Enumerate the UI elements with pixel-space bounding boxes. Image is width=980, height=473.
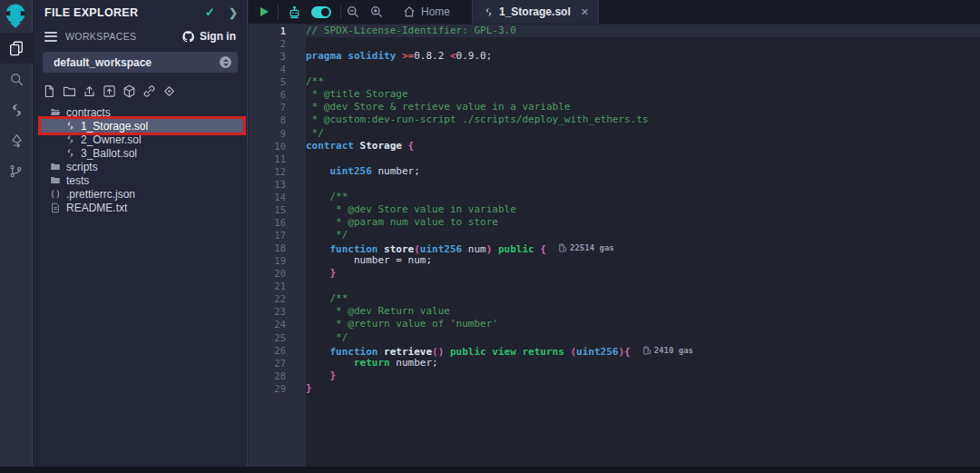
editor-line-14: 14 /** [249, 191, 980, 203]
code-line[interactable] [306, 63, 980, 75]
code-line[interactable]: * @dev Store value in variable [306, 203, 980, 216]
line-number: 17 [249, 229, 306, 241]
create-new-folder-button[interactable] [63, 84, 76, 98]
clone-repository-button[interactable] [142, 84, 156, 98]
code-line[interactable]: * @return value of 'number' [306, 318, 980, 330]
workspaces-menu-icon[interactable] [44, 29, 57, 44]
workspace-selector[interactable]: default_workspace [43, 52, 238, 73]
code-line[interactable] [306, 178, 980, 191]
divider [278, 5, 279, 19]
editor-line-26: 26 function retrieve() public view retur… [249, 344, 980, 357]
code-line[interactable]: number = num; [306, 254, 980, 267]
cube-icon [122, 84, 136, 98]
create-new-file-button[interactable] [43, 84, 56, 98]
code-line[interactable]: */ [306, 229, 980, 241]
code-line[interactable]: function store(uint256 num) public {2251… [306, 241, 980, 254]
chevron-right-icon[interactable]: ❯ [229, 6, 238, 19]
code-line[interactable]: * @dev Store & retrieve value in a varia… [306, 101, 980, 113]
code-line[interactable]: */ [306, 127, 980, 140]
line-number: 11 [249, 153, 306, 165]
code-line[interactable] [306, 37, 980, 50]
line-number: 28 [249, 370, 306, 382]
rail-item-file-explorer[interactable] [0, 33, 33, 64]
code-token: < [450, 50, 456, 62]
rail-item-solidity-compiler[interactable] [0, 94, 33, 125]
code-line[interactable]: * @title Storage [306, 88, 980, 101]
rail-item-git[interactable] [0, 156, 33, 187]
rail-item-search[interactable] [0, 64, 33, 94]
code-token [306, 370, 330, 381]
code-line[interactable]: /** [306, 292, 980, 305]
code-token: number; [390, 357, 438, 369]
tree-item-contracts[interactable]: contracts [41, 105, 243, 119]
copilot-toggle[interactable] [311, 6, 331, 18]
code-line[interactable]: /** [306, 75, 980, 88]
zoom-out-button[interactable] [346, 5, 360, 19]
tab-file-storage[interactable]: 1_Storage.sol ✕ [472, 0, 599, 24]
solidity-file-icon [484, 7, 494, 17]
editor-line-10: 10contract Storage { [249, 140, 980, 153]
workspace-selected-value: default_workspace [54, 56, 220, 69]
tree-item-README.txt[interactable]: README.txt [41, 201, 243, 214]
code-line[interactable]: return number; [306, 357, 980, 370]
toggle-knob [321, 8, 329, 16]
tab-home[interactable]: Home [388, 0, 472, 24]
close-icon[interactable]: ✕ [581, 6, 589, 18]
mint-as-nft-button[interactable] [162, 84, 176, 98]
code-token: contract [306, 140, 360, 152]
code-token: pragma solidity [306, 50, 402, 62]
line-number: 1 [249, 25, 306, 37]
tree-item-tests[interactable]: tests [41, 173, 243, 187]
code-line[interactable]: * @dev Return value [306, 305, 980, 318]
signin-button[interactable]: Sign in [181, 30, 236, 44]
code-line[interactable]: */ [306, 331, 980, 344]
code-line[interactable]: /** [306, 191, 980, 203]
code-line[interactable]: // SPDX-License-Identifier: GPL-3.0 [306, 25, 980, 37]
editor-line-12: 12 uint256 number; [249, 165, 980, 178]
code-line[interactable]: pragma solidity >=0.8.2 <0.9.0; [306, 50, 980, 63]
gas-estimate-label: 2410 gas [654, 344, 693, 357]
tree-item-3_Ballot.sol[interactable]: 3_Ballot.sol [41, 146, 243, 160]
publish-to-gist-button[interactable] [83, 84, 96, 98]
zoom-in-button[interactable] [369, 5, 384, 19]
editor-line-25: 25 */ [249, 331, 980, 344]
tree-item-label: README.txt [66, 202, 127, 214]
code-line[interactable]: } [306, 267, 980, 280]
activity-rail [0, 0, 33, 467]
code-line[interactable]: } [306, 370, 980, 382]
tree-item-.prettierrc.json[interactable]: ().prettierrc.json [41, 187, 243, 201]
code-editor[interactable]: 1// SPDX-License-Identifier: GPL-3.023pr… [249, 24, 980, 467]
code-token: // SPDX-License-Identifier: GPL-3.0 [306, 25, 516, 36]
ai-assistant-button[interactable] [287, 5, 302, 20]
search-icon [9, 72, 24, 87]
editor-line-18: 18 function store(uint256 num) public {2… [249, 241, 980, 254]
code-line[interactable] [306, 280, 980, 292]
line-number: 9 [249, 127, 306, 140]
code-line[interactable]: uint256 number; [306, 165, 980, 178]
check-icon[interactable]: ✓ [205, 5, 215, 19]
tree-item-scripts[interactable]: scripts [41, 160, 243, 173]
code-token: * @dev Store value in variable [306, 203, 516, 215]
code-line[interactable] [306, 153, 980, 165]
run-script-button[interactable] [260, 7, 269, 16]
workspaces-row: WORKSPACES Sign in [44, 29, 236, 44]
code-line[interactable]: } [306, 382, 980, 395]
link-icon [142, 84, 156, 98]
tab-label: 1_Storage.sol [499, 5, 571, 18]
upload-files-button[interactable] [103, 84, 116, 98]
code-token: 0.9.0; [456, 50, 493, 62]
git-icon [9, 164, 24, 179]
file-tree: contracts1_Storage.sol2_Owner.sol3_Ballo… [34, 105, 247, 214]
code-line[interactable]: contract Storage { [306, 140, 980, 153]
code-line[interactable]: function retrieve() public view returns … [306, 344, 980, 357]
rail-item-deploy-run[interactable] [0, 125, 33, 156]
tree-item-1_Storage.sol[interactable]: 1_Storage.sol [41, 119, 243, 133]
editor-topbar: Home 1_Storage.sol ✕ [249, 0, 980, 24]
code-line[interactable]: * @param num value to store [306, 216, 980, 229]
editor-line-13: 13 [249, 178, 980, 191]
remix-logo[interactable] [0, 0, 33, 33]
code-line[interactable]: * @custom:dev-run-script ./scripts/deplo… [306, 113, 980, 126]
load-from-ipfs-button[interactable] [122, 84, 136, 98]
solidity-file-icon [64, 148, 75, 158]
tree-item-2_Owner.sol[interactable]: 2_Owner.sol [41, 133, 243, 146]
